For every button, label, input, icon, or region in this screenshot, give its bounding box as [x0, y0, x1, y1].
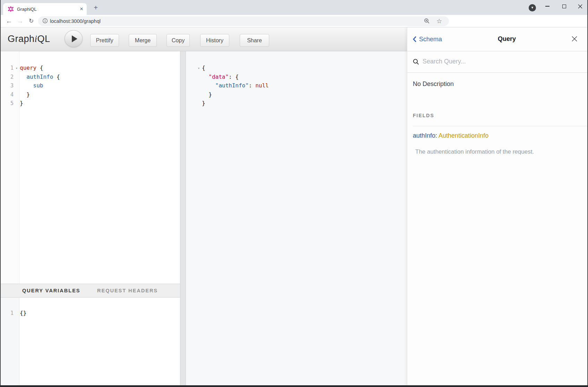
- tab-strip: GraphiQL × + ▼: [0, 0, 588, 15]
- docs-header: Schema Query: [407, 27, 588, 51]
- merge-button[interactable]: Merge: [129, 34, 157, 47]
- url-bar[interactable]: localhost:3000/graphql ☆: [38, 16, 449, 26]
- field-row: authInfo: AuthenticationInfo: [413, 132, 488, 139]
- zoom-in-icon[interactable]: [424, 18, 430, 24]
- close-icon: [571, 36, 578, 42]
- search-placeholder: Search Query...: [423, 58, 466, 65]
- fold-arrow-icon[interactable]: ▾: [14, 64, 20, 73]
- field-name-link[interactable]: authInfo: [413, 132, 435, 139]
- play-icon: [72, 35, 77, 42]
- docs-close-button[interactable]: [571, 36, 578, 42]
- code-line: 5}: [1, 99, 180, 108]
- code-line: 4 }: [1, 90, 180, 99]
- code-line: "authInfo": null: [196, 81, 407, 90]
- no-description-text: No Description: [413, 80, 454, 88]
- query-variables-editor[interactable]: 1{}: [1, 298, 180, 385]
- docs-back-label: Schema: [419, 36, 442, 43]
- documentation-explorer: Schema Query Search Query... No Descript…: [407, 27, 588, 385]
- copy-button[interactable]: Copy: [167, 34, 190, 47]
- result-viewer[interactable]: ▾{ "data": { "authInfo": null }}: [186, 51, 407, 385]
- code-line: 1▾query {: [1, 63, 180, 72]
- fold-arrow-icon[interactable]: ▾: [196, 64, 202, 73]
- reload-button[interactable]: ↻: [26, 16, 36, 26]
- close-icon: [578, 4, 582, 9]
- prettify-button[interactable]: Prettify: [90, 34, 119, 47]
- field-description: The authentication information of the re…: [415, 148, 534, 155]
- fields-divider: [413, 126, 588, 126]
- docs-search-input[interactable]: Search Query...: [407, 51, 588, 73]
- browser-tab[interactable]: GraphiQL ×: [3, 3, 87, 15]
- query-editor[interactable]: 1▾query {2 authInfo {3 sub4 }5}: [1, 51, 180, 284]
- search-icon: [413, 59, 419, 65]
- fields-section-header: FIELDS: [413, 113, 434, 118]
- share-button[interactable]: Share: [240, 34, 269, 47]
- back-button[interactable]: ←: [4, 16, 14, 26]
- tab-query-variables[interactable]: QUERY VARIABLES: [22, 284, 80, 297]
- code-line: 1{}: [1, 309, 180, 318]
- page-info-icon[interactable]: [42, 18, 49, 24]
- tab-close-icon[interactable]: ×: [80, 6, 83, 12]
- line-number: 5: [1, 99, 14, 108]
- taskbar-strip: [0, 385, 588, 387]
- pane-divider[interactable]: [180, 51, 186, 385]
- code-line: }: [196, 90, 407, 99]
- tab-request-headers[interactable]: REQUEST HEADERS: [97, 284, 158, 297]
- update-indicator-icon[interactable]: ▼: [529, 4, 536, 11]
- code-line: "data": {: [196, 72, 407, 81]
- forward-button[interactable]: →: [15, 16, 25, 26]
- new-tab-button[interactable]: +: [91, 3, 101, 13]
- field-type-link[interactable]: AuthenticationInfo: [438, 132, 488, 139]
- code-line: }: [196, 99, 407, 108]
- docs-title: Query: [498, 35, 516, 43]
- window-close-button[interactable]: [573, 0, 587, 12]
- line-number: 1: [1, 64, 14, 73]
- bookmark-star-icon[interactable]: ☆: [436, 17, 443, 24]
- chevron-left-icon: [413, 36, 417, 42]
- execute-query-button[interactable]: [65, 30, 83, 47]
- docs-back-button[interactable]: Schema: [413, 35, 442, 43]
- maximize-button[interactable]: [557, 0, 571, 12]
- tab-title: GraphiQL: [17, 7, 36, 12]
- graphiql-logo: GraphiQL: [8, 34, 50, 44]
- line-number: 3: [1, 81, 14, 91]
- history-button[interactable]: History: [200, 34, 229, 47]
- minimize-button[interactable]: [540, 0, 554, 12]
- line-number: 4: [1, 91, 14, 100]
- browser-window: GraphiQL × + ▼ ← → ↻ localhost:3000/grap…: [0, 0, 588, 387]
- code-line: 3 sub: [1, 81, 180, 90]
- code-line: ▾{: [196, 63, 407, 72]
- graphql-logo-icon: [8, 6, 14, 12]
- variables-tab-bar: QUERY VARIABLESREQUEST HEADERS: [1, 284, 180, 298]
- line-number: 1: [1, 309, 14, 318]
- url-text[interactable]: localhost:3000/graphql: [50, 18, 101, 24]
- browser-toolbar: ← → ↻ localhost:3000/graphql ☆ P: [0, 15, 588, 27]
- window-border: [0, 0, 1, 387]
- code-line: 2 authInfo {: [1, 72, 180, 81]
- line-number: 2: [1, 73, 14, 82]
